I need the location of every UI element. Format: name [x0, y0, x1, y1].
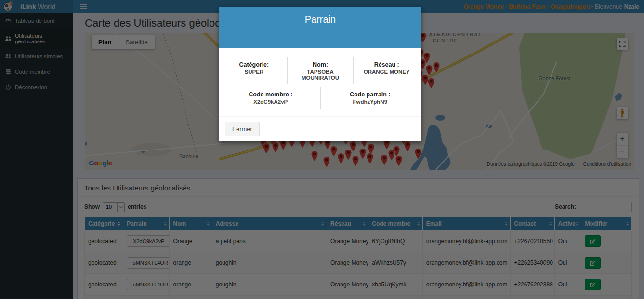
field-label: Code parrain :: [324, 91, 417, 98]
field-label: Catégorie:: [224, 61, 284, 68]
modal-footer: Fermer: [219, 116, 421, 141]
modal-body: Catégorie: SUPER Nom: TAPSOBA MOUNIRATOU…: [219, 48, 421, 116]
modal-field-code-membre: Code membre : X2dC9kA2vP: [221, 87, 321, 109]
modal-field-code-parrain: Code parrain : FwdhzYphN9: [321, 87, 420, 109]
modal-field-reseau: Réseau : ORANGE MONEY: [354, 57, 420, 84]
modal-field-categorie: Catégorie: SUPER: [221, 57, 288, 84]
field-label: Nom:: [290, 61, 351, 68]
field-value: FwdhzYphN9: [324, 99, 417, 105]
field-label: Code membre :: [224, 91, 317, 98]
parrain-modal: Parrain Catégorie: SUPER Nom: TAPSOBA MO…: [219, 7, 421, 141]
field-label: Réseau :: [356, 61, 417, 68]
modal-title: Parrain: [219, 14, 421, 25]
modal-field-nom: Nom: TAPSOBA MOUNIRATOU: [288, 57, 354, 84]
field-value: SUPER: [224, 69, 284, 75]
modal-header: Parrain: [219, 7, 421, 48]
field-value: TAPSOBA MOUNIRATOU: [290, 69, 351, 81]
close-modal-button[interactable]: Fermer: [225, 122, 260, 136]
field-value: ORANGE MONEY: [356, 69, 417, 75]
field-value: X2dC9kA2vP: [224, 99, 317, 105]
